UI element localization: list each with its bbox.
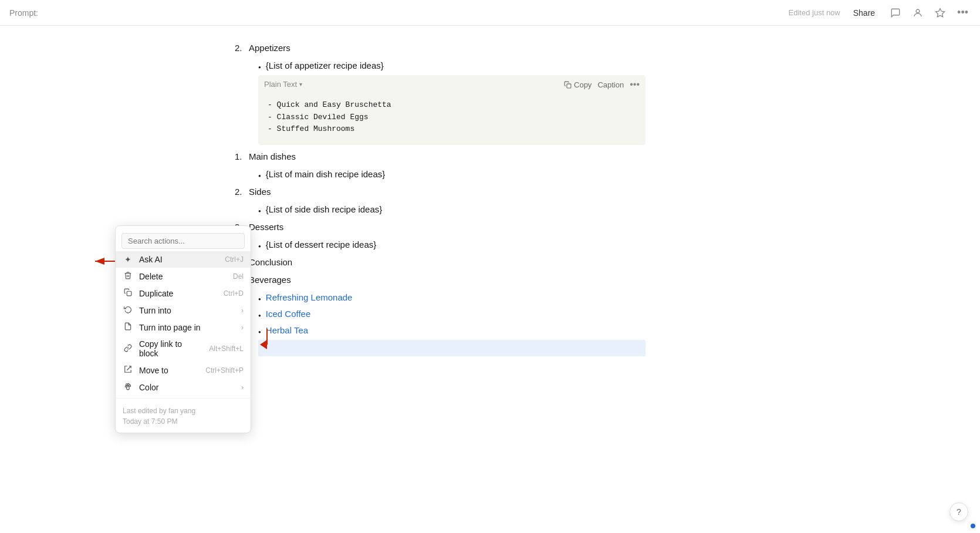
code-more-button[interactable]: •••: [630, 79, 640, 90]
color-icon: [123, 382, 133, 392]
submenu-arrow-icon: ›: [241, 306, 244, 315]
code-block-body: - Quick and Easy Bruschetta - Classic De…: [258, 95, 646, 145]
menu-item-label: Duplicate: [139, 289, 173, 298]
caption-button[interactable]: Caption: [597, 80, 624, 89]
code-line: - Classic Deviled Eggs: [268, 112, 636, 124]
shortcut-label: Del: [233, 272, 244, 281]
bullet-text: {List of side dish recipe ideas}: [266, 203, 382, 217]
prompt-label: Prompt:: [9, 8, 38, 18]
turn-into-icon: [123, 305, 133, 315]
footer-line2: Today at 7:50 PM: [123, 416, 244, 427]
bullet-item: ● {List of main dish recipe ideas}: [258, 167, 646, 181]
arrow-down-indicator: [258, 326, 276, 351]
menu-item-delete[interactable]: Delete Del: [116, 268, 251, 285]
list-item: 2. Sides: [235, 185, 646, 199]
svg-point-7: [129, 385, 131, 387]
bullet-text-link[interactable]: Refreshing Lemonade: [266, 291, 353, 305]
list-item: 3. Desserts: [235, 220, 646, 234]
menu-item-turn-into[interactable]: Turn into ›: [116, 302, 251, 319]
duplicate-icon: [123, 288, 133, 298]
menu-divider: [116, 398, 251, 399]
menu-item-color[interactable]: Color ›: [116, 379, 251, 396]
move-icon: [123, 365, 133, 375]
list-item: 2. Appetizers: [235, 41, 646, 55]
bullet-dot: ●: [258, 208, 261, 215]
bullet-text: {List of dessert recipe ideas}: [266, 238, 376, 252]
shortcut-label: Ctrl+D: [224, 289, 244, 298]
menu-footer: Last edited by fan yang Today at 7:50 PM: [116, 401, 251, 429]
item-number: 1.: [235, 150, 246, 164]
item-label: Conclusion: [249, 255, 292, 269]
star-icon[interactable]: [932, 5, 948, 21]
code-toolbar-right: Copy Caption •••: [564, 79, 640, 90]
item-label: Sides: [249, 185, 271, 199]
bullet-dot: ●: [258, 312, 261, 320]
language-label: Plain Text: [264, 79, 297, 91]
code-block: Plain Text ▾ Copy Caption ••• - Quick an…: [258, 75, 646, 145]
menu-item-move-to[interactable]: Move to Ctrl+Shift+P: [116, 362, 251, 379]
code-line: - Stuffed Mushrooms: [268, 123, 636, 136]
delete-icon: [123, 271, 133, 281]
bullet-dot: ●: [258, 296, 261, 303]
menu-item-label: Turn into page in: [139, 323, 201, 332]
bullet-item: ● {List of dessert recipe ideas}: [258, 238, 646, 252]
bullet-item: ● Herbal Tea: [258, 323, 646, 338]
bullet-dot: ●: [258, 173, 261, 180]
svg-marker-1: [936, 8, 945, 16]
item-label: Appetizers: [249, 41, 290, 55]
bullet-dot: ●: [258, 243, 261, 251]
main-content: 2. Appetizers ● {List of appetizer recip…: [235, 26, 646, 370]
menu-item-copy-link[interactable]: Copy link to block Alt+Shift+L: [116, 336, 251, 362]
item-label: Desserts: [249, 220, 283, 234]
menu-item-label: Delete: [139, 272, 163, 281]
menu-item-ask-ai[interactable]: ✦ Ask AI Ctrl+J: [116, 251, 251, 268]
language-selector[interactable]: Plain Text ▾: [264, 79, 302, 91]
bullet-item: ● {List of side dish recipe ideas}: [258, 203, 646, 217]
submenu-arrow-icon: ›: [241, 323, 244, 332]
user-icon[interactable]: [910, 5, 925, 21]
menu-item-label: Ask AI: [139, 255, 163, 264]
bullet-text-link[interactable]: Iced Coffee: [266, 307, 310, 321]
item-number: 2.: [235, 185, 246, 199]
svg-rect-2: [567, 84, 571, 88]
bullet-dot: ●: [258, 64, 261, 72]
svg-rect-5: [127, 291, 131, 296]
item-label: Beverages: [249, 273, 291, 287]
menu-item-label: Copy link to block: [139, 339, 203, 358]
search-input[interactable]: [121, 233, 245, 249]
item-label: Main dishes: [249, 150, 296, 164]
topbar-right: Edited just now Share •••: [789, 4, 971, 21]
menu-item-turn-into-page[interactable]: Turn into page in ›: [116, 319, 251, 336]
highlighted-row: ⠿: [258, 340, 646, 356]
menu-item-label: Move to: [139, 366, 168, 375]
list-item: 5. Beverages: [235, 273, 646, 287]
edited-status: Edited just now: [789, 8, 840, 17]
topbar-left: Prompt:: [9, 8, 38, 18]
item-number: 2.: [235, 41, 246, 55]
bullet-item: ● {List of appetizer recipe ideas}: [258, 59, 646, 73]
bullet-text: {List of main dish recipe ideas}: [266, 167, 385, 181]
page-icon: [123, 322, 133, 332]
code-line: - Quick and Easy Bruschetta: [268, 99, 636, 112]
search-box-wrapper: [116, 230, 251, 251]
copy-button[interactable]: Copy: [564, 80, 592, 89]
more-icon[interactable]: •••: [955, 4, 971, 21]
copy-label: Copy: [574, 80, 592, 89]
link-icon: [123, 344, 133, 354]
shortcut-label: Alt+Shift+L: [209, 345, 244, 353]
svg-point-0: [916, 9, 920, 13]
help-button[interactable]: ?: [949, 502, 968, 521]
topbar: Prompt: Edited just now Share •••: [0, 0, 980, 26]
code-block-toolbar: Plain Text ▾ Copy Caption •••: [258, 75, 646, 95]
notification-dot: [971, 524, 975, 528]
shortcut-label: Ctrl+Shift+P: [205, 366, 244, 375]
footer-line1: Last edited by fan yang: [123, 406, 244, 416]
ask-ai-icon: ✦: [123, 255, 133, 264]
share-button[interactable]: Share: [847, 6, 881, 20]
bullet-item: ● Iced Coffee: [258, 307, 646, 321]
menu-item-label: Turn into: [139, 306, 171, 315]
menu-item-duplicate[interactable]: Duplicate Ctrl+D: [116, 285, 251, 302]
comment-icon[interactable]: [888, 5, 903, 21]
chevron-down-icon: ▾: [299, 80, 302, 89]
list-item: 4. Conclusion: [235, 255, 646, 269]
